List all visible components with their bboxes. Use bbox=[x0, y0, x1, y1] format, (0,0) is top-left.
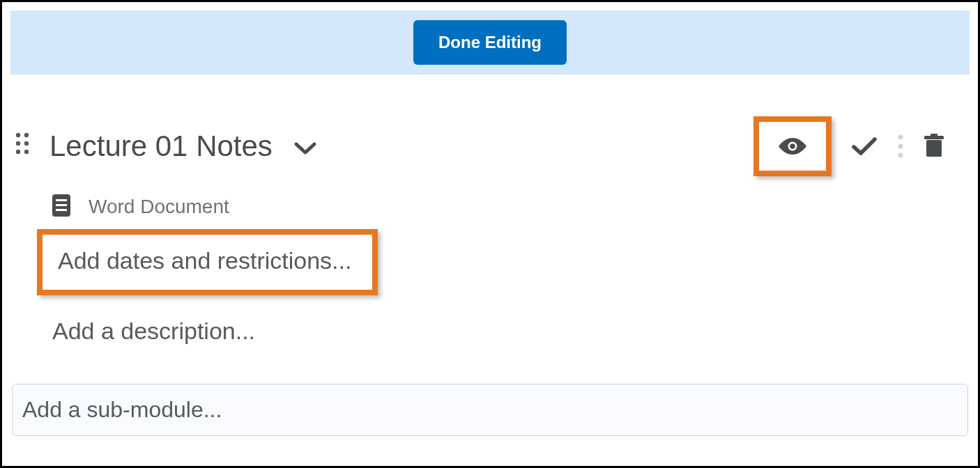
add-description-link[interactable]: Add a description... bbox=[52, 318, 255, 345]
visibility-highlight bbox=[753, 116, 832, 176]
add-submodule-input[interactable] bbox=[12, 384, 968, 436]
done-editing-button[interactable]: Done Editing bbox=[413, 20, 567, 65]
drag-handle-icon[interactable] bbox=[15, 132, 30, 155]
module-section: Lecture 01 Notes bbox=[10, 75, 970, 436]
module-title[interactable]: Lecture 01 Notes bbox=[49, 130, 273, 163]
svg-point-10 bbox=[898, 153, 903, 158]
dates-restrictions-highlight: Add dates and restrictions... bbox=[37, 229, 378, 295]
svg-rect-13 bbox=[931, 134, 937, 136]
trash-icon[interactable] bbox=[924, 134, 944, 159]
editing-banner: Done Editing bbox=[10, 10, 970, 75]
svg-point-7 bbox=[790, 143, 795, 149]
svg-rect-15 bbox=[56, 199, 67, 201]
svg-point-4 bbox=[16, 150, 20, 154]
svg-point-3 bbox=[24, 141, 29, 146]
visibility-eye-icon[interactable] bbox=[777, 136, 808, 157]
svg-point-5 bbox=[24, 150, 29, 154]
more-options-icon[interactable] bbox=[897, 133, 904, 159]
svg-point-8 bbox=[898, 135, 903, 140]
svg-point-9 bbox=[898, 144, 903, 149]
document-icon bbox=[51, 193, 72, 221]
svg-point-1 bbox=[24, 133, 29, 137]
action-icons-group bbox=[753, 116, 944, 176]
document-type-row: Word Document bbox=[10, 193, 970, 221]
chevron-down-icon[interactable] bbox=[293, 134, 317, 159]
svg-rect-11 bbox=[926, 140, 942, 157]
checkmark-icon[interactable] bbox=[851, 136, 878, 157]
svg-rect-17 bbox=[56, 209, 67, 211]
svg-rect-16 bbox=[56, 204, 67, 206]
add-dates-restrictions-link[interactable]: Add dates and restrictions... bbox=[58, 247, 351, 274]
document-type-label: Word Document bbox=[89, 196, 229, 218]
svg-point-0 bbox=[16, 133, 20, 137]
module-title-row: Lecture 01 Notes bbox=[10, 116, 970, 176]
title-left-group: Lecture 01 Notes bbox=[49, 130, 317, 163]
svg-point-2 bbox=[16, 141, 20, 146]
